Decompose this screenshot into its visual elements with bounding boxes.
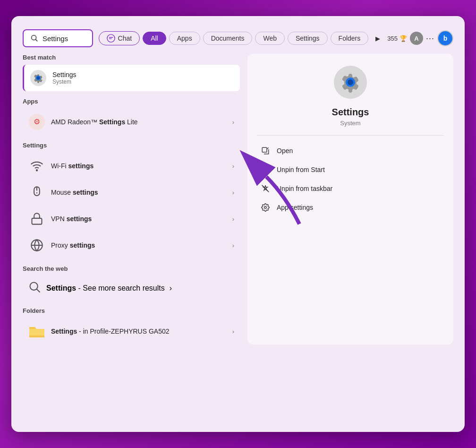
mouse-icon — [28, 184, 45, 201]
divider — [257, 135, 444, 136]
amd-radeon-title: AMD Radeon™ Settings Lite — [51, 118, 138, 126]
svg-line-16 — [37, 289, 40, 293]
apps-section-label: Apps — [23, 98, 240, 105]
svg-point-24 — [264, 207, 267, 209]
folder-icon — [28, 323, 45, 340]
proxy-icon — [28, 237, 45, 254]
svg-point-0 — [32, 35, 36, 40]
proxy-chevron: › — [232, 242, 234, 249]
folders-section-label: Folders — [23, 307, 240, 314]
settings-large-icon — [333, 65, 367, 99]
avatar[interactable]: A — [410, 32, 423, 45]
mouse-chevron: › — [232, 189, 234, 196]
unpin-taskbar-icon — [261, 184, 270, 193]
search-window: Chat All Apps Documents Web Settings — [11, 16, 465, 432]
score-area: 355 🏆 — [387, 35, 407, 42]
right-panel-subtitle: System — [257, 120, 444, 127]
search-web-label: Search the web — [23, 265, 240, 272]
more-filters-button[interactable]: ▶ — [371, 32, 384, 45]
wifi-chevron: › — [232, 163, 234, 170]
wifi-settings-title: Wi-Fi settings — [51, 162, 94, 170]
mouse-settings-title: Mouse settings — [51, 189, 98, 196]
right-panel-icon-wrapper — [257, 65, 444, 107]
open-icon — [261, 146, 270, 155]
svg-line-1 — [35, 39, 37, 41]
open-action[interactable]: Open — [257, 141, 444, 160]
wifi-settings-item[interactable]: Wi-Fi settings › — [23, 153, 240, 179]
unpin-start-label: Unpin from Start — [277, 166, 325, 173]
svg-point-8 — [36, 170, 37, 171]
settings-section-label: Settings — [23, 142, 240, 149]
right-panel-title: Settings — [257, 107, 444, 118]
svg-text:⚙: ⚙ — [34, 118, 40, 126]
app-settings-action[interactable]: App settings — [257, 198, 444, 217]
search-icon — [30, 34, 39, 43]
settings-app-icon — [30, 69, 47, 86]
proxy-settings-item[interactable]: Proxy settings › — [23, 232, 240, 258]
bing-button[interactable]: b — [437, 30, 453, 46]
best-match-title: Settings — [52, 71, 76, 78]
tab-web[interactable]: Web — [255, 32, 285, 45]
unpin-start-action[interactable]: Unpin from Start — [257, 160, 444, 179]
search-web-chevron: › — [170, 284, 172, 293]
svg-point-2 — [107, 34, 114, 42]
tab-apps[interactable]: Apps — [169, 32, 200, 45]
app-settings-label: App settings — [277, 204, 313, 211]
svg-point-19 — [348, 79, 353, 85]
amd-radeon-item[interactable]: ⚙ AMD Radeon™ Settings Lite › — [23, 109, 240, 135]
vpn-settings-title: VPN settings — [51, 215, 92, 223]
search-web-title: Settings - See more search results — [46, 284, 165, 292]
folder-chevron: › — [232, 328, 234, 335]
search-web-icon — [28, 281, 42, 296]
unpin-taskbar-label: Unpin from taskbar — [277, 185, 332, 192]
tab-settings[interactable]: Settings — [288, 32, 328, 45]
svg-point-15 — [30, 283, 38, 290]
left-panel: Best match Settings System Apps — [23, 54, 240, 345]
vpn-icon — [28, 210, 45, 227]
folder-settings-item[interactable]: Settings - in Profile-ZEPHYRUS GA502 › — [23, 318, 240, 345]
open-label: Open — [277, 147, 293, 155]
tab-folders[interactable]: Folders — [331, 32, 369, 45]
more-options-button[interactable]: ··· — [426, 34, 434, 43]
tab-documents[interactable]: Documents — [203, 32, 253, 45]
svg-rect-20 — [262, 147, 267, 152]
svg-rect-12 — [32, 218, 42, 224]
mouse-settings-item[interactable]: Mouse settings › — [23, 179, 240, 206]
vpn-chevron: › — [232, 215, 234, 223]
main-content: Best match Settings System Apps — [23, 54, 453, 345]
wifi-icon — [28, 157, 45, 174]
chevron-icon: › — [232, 119, 234, 126]
search-bar-container — [23, 29, 93, 47]
svg-point-5 — [37, 77, 40, 79]
filter-tabs: Chat All Apps Documents Web Settings — [99, 30, 453, 46]
tab-chat[interactable]: Chat — [99, 31, 140, 45]
search-web-item[interactable]: Settings - See more search results › — [23, 276, 240, 301]
chat-tab-icon — [107, 34, 115, 43]
search-input[interactable] — [42, 34, 85, 43]
trophy-icon: 🏆 — [400, 35, 407, 42]
vpn-settings-item[interactable]: VPN settings › — [23, 206, 240, 232]
unpin-start-icon — [261, 165, 270, 174]
proxy-settings-title: Proxy settings — [51, 241, 95, 249]
folder-settings-title: Settings - in Profile-ZEPHYRUS GA502 — [51, 327, 170, 335]
right-panel: Settings System Open — [247, 54, 453, 345]
best-match-subtitle: System — [52, 78, 76, 85]
tab-all[interactable]: All — [143, 32, 166, 45]
unpin-taskbar-action[interactable]: Unpin from taskbar — [257, 179, 444, 198]
search-bar-row: Chat All Apps Documents Web Settings — [23, 29, 453, 47]
best-match-label: Best match — [23, 54, 240, 61]
app-settings-icon — [261, 203, 270, 212]
best-match-settings[interactable]: Settings System — [23, 65, 240, 91]
amd-radeon-icon: ⚙ — [28, 113, 45, 130]
